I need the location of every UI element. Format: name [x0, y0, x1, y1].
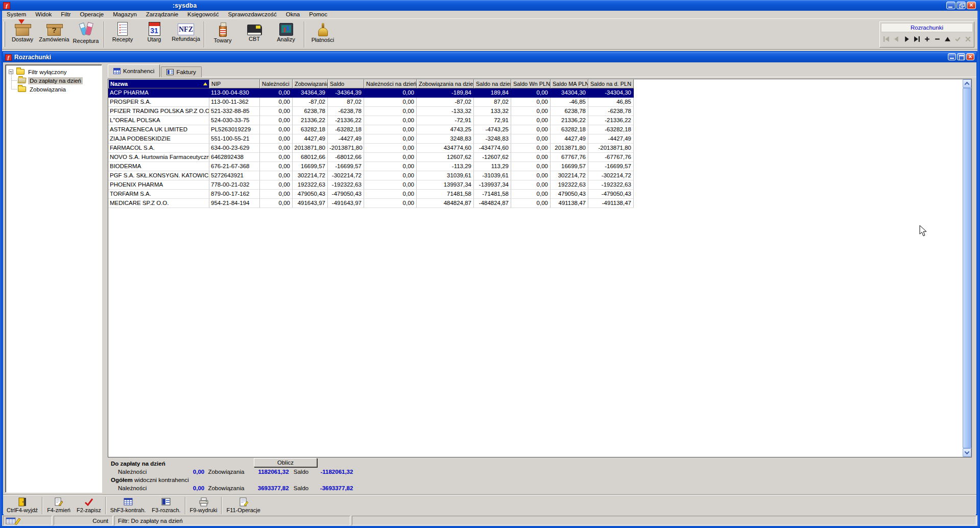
scroll-down-button[interactable] [963, 448, 971, 457]
tab-kontrahenci[interactable]: Kontrahenci [108, 64, 160, 77]
exit-button[interactable]: CtrlF4-wyjdź [4, 496, 41, 515]
table-row[interactable]: MEDICARE SP.Z O.O. 954-21-84-194 0,00 49… [108, 199, 971, 208]
toolbar-button[interactable]: Towary [207, 20, 238, 49]
save-button[interactable]: F2-zapisz [74, 496, 104, 515]
column-header-saldo-ma-pln[interactable]: Saldo MA PLN [551, 79, 588, 88]
column-header-nip[interactable]: NIP [209, 79, 260, 88]
child-close-button[interactable] [966, 53, 974, 60]
total-naleznosci-value: 0,00 [169, 485, 204, 491]
toolbar-button[interactable]: Analizy [270, 20, 302, 49]
toolbar-button-icon [117, 22, 128, 36]
tree-item-do-zaplaty[interactable]: Do zapłaty na dzień [17, 76, 102, 85]
status-filter: Filtr: Do zapłaty na dzień [114, 516, 350, 525]
day-zobowiazania-value: 1182061,32 [248, 469, 289, 475]
nav-delete-button[interactable] [932, 33, 942, 45]
column-header-naleznosci-na-dzien[interactable]: Należności na dzień [364, 79, 417, 88]
minimize-button[interactable] [946, 2, 955, 9]
column-header-zobowiazania-na-dzien[interactable]: Zobowiązania na dzień [417, 79, 474, 88]
nav-post-button[interactable] [952, 33, 963, 45]
menu-item[interactable]: Okna [281, 11, 305, 18]
table-row[interactable]: BIODERMA 676-21-67-368 0,00 16699,57 -16… [108, 162, 971, 171]
rozrachunki-window: Rozrachunki Filtr wyłączony Do zapłaty n… [2, 51, 977, 515]
table-row[interactable]: L''OREAL POLSKA 524-030-33-75 0,00 21336… [108, 116, 971, 125]
oblicz-button[interactable]: Oblicz [254, 458, 317, 467]
summary-total-line: Należności 0,00 Zobowiązania 3693377,82 … [111, 485, 356, 491]
toolbar-button-icon [219, 26, 227, 37]
column-header-naleznosci[interactable]: Należności [260, 79, 293, 88]
rozrachunki-button[interactable]: F3-rozrach. [149, 496, 183, 515]
function-key-bar: CtrlF4-wyjdź F4-zmień F2-zapisz ShF3-kon… [4, 496, 976, 515]
menu-item[interactable]: System [2, 11, 31, 18]
child-minimize-button[interactable] [948, 53, 956, 60]
nav-next-button[interactable] [901, 33, 912, 45]
column-header-saldo-na-d-pln[interactable]: Saldo na d. PLN [588, 79, 634, 88]
nav-first-button[interactable] [881, 33, 891, 45]
column-header-saldo[interactable]: Saldo [328, 79, 364, 88]
toolbar-button[interactable]: Dostawy [7, 20, 38, 49]
tree-root-item[interactable]: Filtr wyłączony [9, 67, 102, 76]
toolbar-button[interactable]: Receptura [70, 20, 102, 49]
nav-cancel-button[interactable] [963, 33, 973, 45]
restore-button[interactable] [957, 2, 966, 9]
menu-item[interactable]: Księgowość [183, 11, 223, 18]
close-button[interactable] [967, 2, 976, 9]
summary-day-line: Należności 0,00 Zobowiązania 1182061,32 … [111, 469, 356, 475]
menu-item[interactable]: Operacje [75, 11, 108, 18]
nav-last-button[interactable] [912, 33, 922, 45]
table-row[interactable]: TORFARM S.A. 879-00-17-162 0,00 479050,4… [108, 190, 971, 199]
operations-button[interactable]: F11-Operacje [223, 496, 263, 515]
toolbar-button[interactable]: Recepty [107, 20, 138, 49]
vertical-scrollbar[interactable] [963, 79, 971, 457]
menu-item[interactable]: Zarządzanie [141, 11, 183, 18]
column-header-saldo-wn-pln[interactable]: Saldo Wn PLN [511, 79, 551, 88]
child-maximize-button[interactable] [957, 53, 965, 60]
menu-item[interactable]: Magazyn [108, 11, 141, 18]
menu-item[interactable]: Widok [31, 11, 56, 18]
table-row[interactable]: ASTRAZENECA UK LIMITED PL5263019229 0,00… [108, 125, 971, 134]
child-window-icon [5, 54, 12, 61]
form-icon [166, 69, 174, 75]
main-titlebar[interactable]: :sysdba [0, 0, 980, 11]
kontrahenci-button[interactable]: ShF3-kontrah. [107, 496, 149, 515]
toolbar-button-icon [318, 28, 328, 36]
change-button[interactable]: F4-zmień [44, 496, 74, 515]
toolbar-button[interactable]: Utarg [138, 20, 170, 49]
summary-total-title: Ogółem widoczni kontrahenci [111, 477, 189, 483]
record-navigator: Rozrachunki [879, 21, 974, 48]
table-row[interactable]: PHOENIX PHARMA 778-00-21-032 0,00 192322… [108, 180, 971, 190]
separator [42, 497, 43, 514]
tree-item-zobowiazania[interactable]: Zobowiązania [17, 85, 102, 94]
day-saldo-value: -1182061,32 [312, 469, 353, 475]
table-row[interactable]: NOVO S.A. Hurtownia Farmaceutyczna 64628… [108, 153, 971, 162]
scroll-up-button[interactable] [963, 79, 971, 88]
table-row[interactable]: ZIAJA PODBESKIDZIE 551-100-55-21 0,00 44… [108, 134, 971, 144]
toolbar-button[interactable]: Płatności [307, 20, 339, 49]
child-titlebar[interactable]: Rozrachunki [3, 52, 976, 62]
toolbar-button-icon [279, 23, 293, 36]
toolbar-button[interactable]: CBT [238, 20, 270, 49]
nav-edit-button[interactable] [942, 33, 952, 45]
menu-item[interactable]: Pomoc [304, 11, 332, 18]
table-row[interactable]: PFIZER TRADING POLSKA SP.Z O.O. 521-332-… [108, 107, 971, 116]
menu-item[interactable]: Sprawozdawczość [223, 11, 281, 18]
summary-panel: Do zapłaty na dzień Oblicz Należności 0,… [106, 460, 976, 494]
column-header-nazwa[interactable]: Nazwa [108, 79, 209, 88]
nav-prior-button[interactable] [891, 33, 901, 45]
scrollbar-thumb[interactable] [963, 88, 971, 448]
table-row[interactable]: FARMACOL S.A. 634-00-23-629 0,00 2013871… [108, 144, 971, 153]
toolbar-grip[interactable] [4, 21, 5, 47]
kontrahenci-grid: Nazwa NIP Należności Zobowiązania Saldo … [108, 79, 972, 457]
tab-faktury[interactable]: Faktury [161, 66, 201, 77]
table-row[interactable]: ACP PHARMA 113-00-04-830 0,00 34364,39 -… [108, 88, 971, 98]
menu-item[interactable]: Filtr [56, 11, 75, 18]
sort-ascending-icon [203, 82, 207, 85]
table-row[interactable]: PGF S.A. SKŁ.KONSYGN. KATOWICE 527264392… [108, 171, 971, 180]
table-row[interactable]: PROSPER S.A. 113-00-11-362 0,00 -87,02 8… [108, 98, 971, 107]
toolbar-button[interactable]: Zamówienia [38, 20, 70, 49]
column-header-saldo-na-dzien[interactable]: Saldo na dzień [474, 79, 511, 88]
nav-insert-button[interactable] [922, 33, 932, 45]
printouts-button[interactable]: F9-wydruki [187, 496, 221, 515]
column-header-zobowiazania[interactable]: Zobowiązania [293, 79, 328, 88]
toolbar-button[interactable]: Refundacja [170, 20, 202, 49]
door-icon [17, 497, 28, 507]
